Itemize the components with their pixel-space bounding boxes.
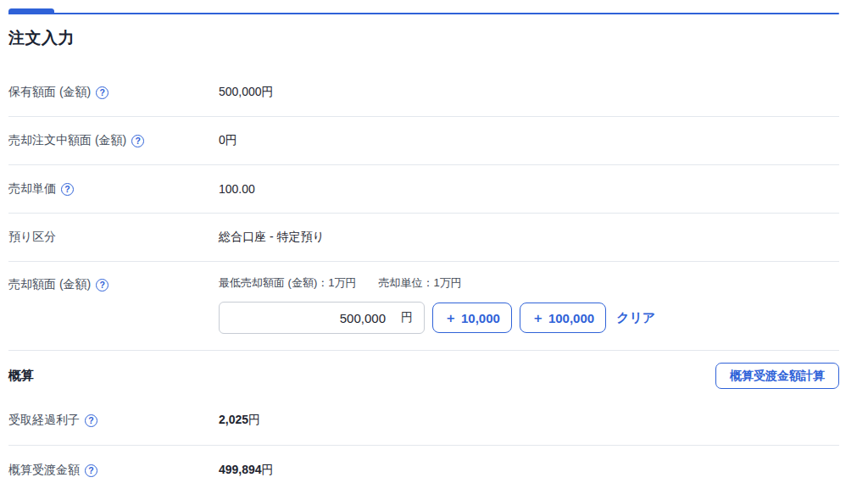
field-value-group: 500,000円 <box>219 85 274 100</box>
row-sell-face-value: 売却額面 (金額) ? 最低売却額面 (金額)：1万円売却単位：1万円 円 ＋ … <box>8 262 839 351</box>
field-label-group: 売却注文中額面 (金額) ? <box>8 133 219 148</box>
field-value-group: 総合口座 - 特定預り <box>219 230 325 245</box>
help-icon[interactable]: ? <box>61 183 74 196</box>
min-sell-amount-hint: 最低売却額面 (金額)：1万円 <box>219 276 357 289</box>
field-value: 500,000 <box>219 85 262 98</box>
estimate-heading: 概算 <box>8 368 34 384</box>
field-value: 0 <box>219 133 225 147</box>
add-10000-button[interactable]: ＋ 10,000 <box>432 303 512 333</box>
field-label: 預り区分 <box>8 230 56 245</box>
field-label-group: 売却額面 (金額) ? <box>8 277 219 292</box>
field-label: 売却単価 <box>8 181 56 197</box>
sell-amount-group: 最低売却額面 (金額)：1万円売却単位：1万円 円 ＋ 10,000 ＋ 100… <box>219 275 655 334</box>
row-deposit-type: 預り区分 総合口座 - 特定預り <box>8 214 839 262</box>
field-label: 売却額面 (金額) <box>8 277 91 292</box>
row-holding-face-value: 保有額面 (金額) ? 500,000円 <box>8 69 839 117</box>
add-amount-label: 100,000 <box>548 311 594 325</box>
field-unit: 円 <box>262 463 274 476</box>
add-100000-button[interactable]: ＋ 100,000 <box>520 303 606 333</box>
field-value: 2,025 <box>219 413 248 426</box>
field-value: 総合口座 - 特定預り <box>219 230 325 243</box>
plus-icon: ＋ <box>531 310 544 326</box>
field-unit: 円 <box>248 413 260 426</box>
help-icon[interactable]: ? <box>131 135 144 147</box>
field-unit: 円 <box>262 85 274 98</box>
help-icon[interactable]: ? <box>96 279 108 291</box>
sell-amount-hint: 最低売却額面 (金額)：1万円売却単位：1万円 <box>219 275 655 291</box>
field-value-group: 0円 <box>219 133 237 148</box>
estimate-rows: 受取経過利子 ? 2,025円 概算受渡金額 ? 499,894円 <box>8 396 839 483</box>
row-accrued-interest: 受取経過利子 ? 2,025円 <box>8 396 839 446</box>
field-value-group: 100.00 <box>219 182 255 196</box>
field-value: 499,894 <box>219 463 262 476</box>
field-label-group: 売却単価 ? <box>8 181 219 197</box>
field-value-group: 2,025円 <box>219 413 260 428</box>
order-detail-rows: 保有額面 (金額) ? 500,000円 売却注文中額面 (金額) ? 0円 売… <box>8 69 839 351</box>
plus-icon: ＋ <box>444 310 457 326</box>
add-amount-label: 10,000 <box>461 311 500 325</box>
field-label: 保有額面 (金額) <box>8 85 91 100</box>
field-value: 100.00 <box>219 182 255 196</box>
field-unit: 円 <box>225 133 237 147</box>
calc-settlement-amount-button[interactable]: 概算受渡金額計算 <box>715 363 839 389</box>
row-estimated-settlement-amount: 概算受渡金額 ? 499,894円 <box>8 446 839 483</box>
currency-suffix: 円 <box>401 310 413 325</box>
sell-amount-field[interactable]: 円 <box>219 302 425 334</box>
field-label-group: 預り区分 <box>8 230 219 245</box>
clear-button[interactable]: クリア <box>616 310 655 326</box>
sell-amount-input[interactable] <box>220 311 386 325</box>
help-icon[interactable]: ? <box>85 464 97 477</box>
order-entry-panel: 注文入力 保有額面 (金額) ? 500,000円 売却注文中額面 (金額) ?… <box>8 8 839 483</box>
row-sell-unit-price: 売却単価 ? 100.00 <box>8 165 839 214</box>
field-label-group: 概算受渡金額 ? <box>8 463 219 478</box>
sell-unit-hint: 売却単位：1万円 <box>379 276 462 289</box>
field-label: 概算受渡金額 <box>8 463 80 478</box>
field-value-group: 499,894円 <box>219 463 274 478</box>
row-pending-sell-face-value: 売却注文中額面 (金額) ? 0円 <box>8 117 839 165</box>
field-label: 売却注文中額面 (金額) <box>8 133 126 148</box>
accent-bar-line <box>8 13 839 15</box>
field-label: 受取経過利子 <box>8 413 80 428</box>
field-label-group: 受取経過利子 ? <box>8 413 219 428</box>
help-icon[interactable]: ? <box>96 86 108 99</box>
sell-amount-controls: 円 ＋ 10,000 ＋ 100,000 クリア <box>219 302 655 334</box>
estimate-section-header: 概算 概算受渡金額計算 <box>8 351 839 396</box>
accent-bar <box>8 8 839 14</box>
help-icon[interactable]: ? <box>85 414 97 427</box>
field-label-group: 保有額面 (金額) ? <box>8 85 219 100</box>
page-title: 注文入力 <box>8 27 839 49</box>
